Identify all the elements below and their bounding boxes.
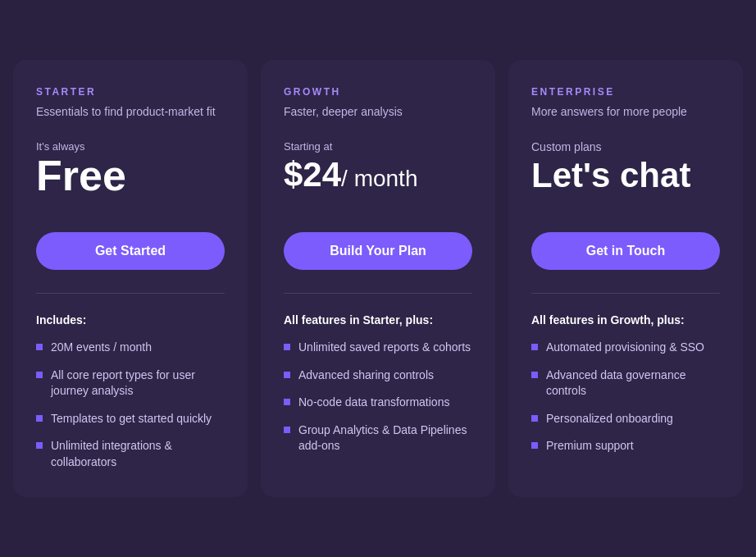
plan-tier-starter: STARTER	[36, 86, 225, 98]
list-item: Group Analytics & Data Pipelines add-ons	[284, 422, 472, 454]
feature-text: Advanced data governance controls	[546, 368, 720, 399]
plan-tagline-enterprise: More answers for more people	[531, 104, 720, 121]
features-list-starter: 20M events / monthAll core report types …	[36, 340, 225, 471]
plan-card-growth: GROWTHFaster, deeper analysisStarting at…	[261, 60, 495, 496]
section-divider	[531, 293, 720, 294]
list-item: All core report types for user journey a…	[36, 368, 225, 399]
bullet-icon	[531, 415, 538, 422]
bullet-icon	[531, 372, 538, 378]
feature-text: No-code data transformations	[298, 395, 449, 411]
price-prefix: Starting at	[284, 140, 472, 153]
feature-text: Personalized onboarding	[546, 411, 673, 427]
free-text: Free	[36, 153, 225, 199]
enterprise-text: Let's chat	[531, 157, 720, 194]
feature-text: Premium support	[546, 438, 634, 454]
bullet-icon	[284, 344, 290, 350]
features-header-growth: All features in Starter, plus:	[284, 313, 472, 326]
bullet-icon	[284, 427, 290, 433]
bullet-icon	[36, 442, 43, 449]
plan-tagline-starter: Essentials to find product-market fit	[36, 104, 225, 121]
plan-tagline-growth: Faster, deeper analysis	[284, 104, 472, 121]
price-block-enterprise: Custom plansLet's chat	[531, 140, 720, 206]
section-divider	[36, 293, 225, 294]
feature-text: Automated provisioning & SSO	[546, 340, 704, 356]
list-item: Unlimited integrations & collaborators	[36, 438, 225, 470]
list-item: Advanced data governance controls	[531, 368, 720, 399]
plan-card-enterprise: ENTERPRISEMore answers for more peopleCu…	[508, 60, 743, 496]
list-item: Unlimited saved reports & cohorts	[284, 340, 472, 356]
bullet-icon	[36, 415, 43, 422]
list-item: Personalized onboarding	[531, 411, 720, 427]
bullet-icon	[284, 372, 290, 378]
bullet-icon	[531, 344, 538, 350]
bullet-icon	[36, 344, 43, 350]
feature-text: Unlimited saved reports & cohorts	[298, 340, 471, 356]
features-header-enterprise: All features in Growth, plus:	[531, 313, 720, 326]
plan-card-starter: STARTEREssentials to find product-market…	[13, 60, 248, 496]
feature-text: All core report types for user journey a…	[51, 368, 225, 399]
enterprise-prefix: Custom plans	[531, 140, 720, 153]
cta-button-starter[interactable]: Get Started	[36, 232, 225, 270]
list-item: Templates to get started quickly	[36, 411, 225, 427]
cta-button-enterprise[interactable]: Get in Touch	[531, 232, 720, 270]
section-divider	[284, 293, 472, 294]
features-list-enterprise: Automated provisioning & SSOAdvanced dat…	[531, 340, 720, 454]
list-item: 20M events / month	[36, 340, 225, 356]
feature-text: Group Analytics & Data Pipelines add-ons	[298, 422, 472, 454]
cta-button-growth[interactable]: Build Your Plan	[284, 232, 472, 270]
price-value: $24/ month	[284, 156, 472, 194]
bullet-icon	[531, 442, 538, 449]
plans-container: STARTEREssentials to find product-market…	[13, 60, 743, 496]
free-prefix: It's always	[36, 140, 225, 153]
list-item: Premium support	[531, 438, 720, 454]
plan-tier-enterprise: ENTERPRISE	[531, 86, 720, 98]
features-header-starter: Includes:	[36, 313, 225, 326]
list-item: Automated provisioning & SSO	[531, 340, 720, 356]
plan-tier-growth: GROWTH	[284, 86, 472, 98]
feature-text: Advanced sharing controls	[298, 368, 434, 384]
list-item: Advanced sharing controls	[284, 368, 472, 384]
feature-text: 20M events / month	[51, 340, 152, 356]
bullet-icon	[36, 372, 43, 378]
feature-text: Templates to get started quickly	[51, 411, 212, 427]
price-block-starter: It's alwaysFree	[36, 140, 225, 206]
bullet-icon	[284, 399, 290, 405]
feature-text: Unlimited integrations & collaborators	[51, 438, 225, 470]
price-block-growth: Starting at$24/ month	[284, 140, 472, 206]
list-item: No-code data transformations	[284, 395, 472, 411]
features-list-growth: Unlimited saved reports & cohortsAdvance…	[284, 340, 472, 454]
